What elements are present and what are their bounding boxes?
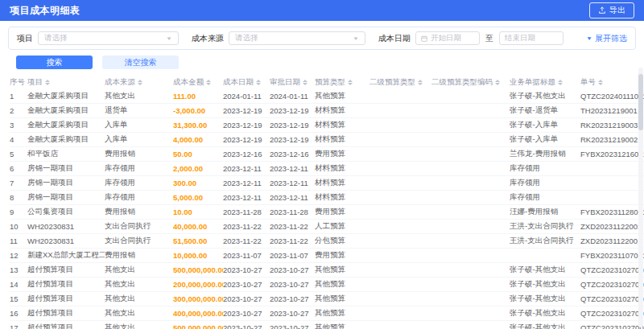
cell-index: 2 <box>10 106 27 115</box>
col-header-cost-source[interactable]: 成本来源 <box>105 77 173 88</box>
table-row: 12新建XX总部大厦工程二期费用报销10,000.002023-11-07202… <box>10 249 644 263</box>
end-date-placeholder: 结束日期 <box>505 33 535 43</box>
cell-cost-amount: 500,000,000.00 <box>173 265 223 274</box>
col-header-sub-budget-type[interactable]: 二级预算类型 <box>369 77 431 88</box>
start-date-placeholder: 开始日期 <box>431 33 461 43</box>
sort-icon[interactable] <box>256 80 261 85</box>
scrollbar-thumb[interactable] <box>638 74 643 130</box>
sort-icon[interactable] <box>418 80 423 85</box>
cell-doc-title: 张子硕-退货单 <box>510 105 580 116</box>
sort-icon[interactable] <box>495 80 500 85</box>
cell-cost-source: 其他支出 <box>105 294 173 304</box>
page-title: 项目成本明细表 <box>10 4 80 18</box>
sort-icon[interactable] <box>206 80 211 85</box>
col-header-index[interactable]: 序号 <box>10 77 27 88</box>
cell-cost-source: 费用报销 <box>105 149 173 159</box>
col-header-cost-date[interactable]: 成本日期 <box>223 77 270 88</box>
cell-project: 房锦一期项目 <box>27 178 105 188</box>
cell-cost-amount: 500,000,000.00 <box>173 323 223 329</box>
cell-approval-date: 2023-11-28 <box>270 208 315 216</box>
cell-doc-title: 张子硕-其他支出 <box>510 279 580 290</box>
project-select[interactable]: 请选择 ▼ <box>38 31 179 45</box>
search-button[interactable]: 搜索 <box>16 56 93 69</box>
cell-cost-date: 2023-10-27 <box>223 309 270 318</box>
cell-index: 13 <box>10 265 27 274</box>
chevron-down-icon: ▼ <box>353 36 359 41</box>
cell-doc-title: 汪娜-费用报销 <box>510 207 580 217</box>
filter-project: 项目 请选择 ▼ <box>17 31 179 45</box>
cell-project: 超付预算项目 <box>27 279 105 290</box>
end-date-input[interactable]: 结束日期 <box>499 31 564 45</box>
sort-icon[interactable] <box>598 80 603 85</box>
start-date-input[interactable]: 开始日期 <box>415 31 480 45</box>
col-header-budget-type[interactable]: 预算类型 <box>315 77 369 88</box>
cell-budget-type: 材料预算 <box>315 178 369 188</box>
cell-budget-type: 费用预算 <box>315 250 369 261</box>
col-header-doc-title[interactable]: 业务单据标题 <box>510 77 580 88</box>
export-button[interactable]: 导出 <box>589 2 634 19</box>
clear-search-button[interactable]: 清空搜索 <box>102 56 179 69</box>
cell-cost-amount: -3,000.00 <box>173 106 223 115</box>
cell-doc-title: 张子硕-其他支出 <box>510 308 580 319</box>
col-header-approval-date[interactable]: 审批日期 <box>270 77 315 88</box>
cell-cost-source: 支出合同执行 <box>105 236 173 246</box>
cell-doc-no: QTZC20231027002 <box>580 280 644 289</box>
table-row: 9公司集资项目费用报销10.002023-11-282023-11-28费用预算… <box>10 205 644 220</box>
cost-source-select-placeholder: 请选择 <box>235 33 258 43</box>
cell-doc-no: FYBX20231128001 <box>580 208 644 216</box>
table-row: 15超付预算项目其他支出300,000,000.002023-10-272023… <box>10 292 644 306</box>
cell-cost-source: 其他支出 <box>105 279 173 290</box>
cell-approval-date: 2023-10-27 <box>270 280 315 289</box>
col-header-label: 业务单据标题 <box>510 77 555 88</box>
export-icon <box>598 6 606 14</box>
cost-source-select[interactable]: 请选择 ▼ <box>229 31 365 45</box>
cell-approval-date: 2023-10-27 <box>270 323 315 329</box>
cell-doc-no: FYBX20231216001 <box>580 150 644 158</box>
cell-doc-no: QTZC20231027002 <box>580 294 644 303</box>
project-select-placeholder: 请选择 <box>44 33 68 43</box>
cell-index: 6 <box>10 164 27 173</box>
cell-cost-date: 2023-10-27 <box>223 294 270 303</box>
cell-doc-no: RK20231219002 <box>580 135 644 144</box>
cell-approval-date: 2023-12-11 <box>270 193 315 202</box>
table-row: 5和平饭店费用报销50.002023-12-162023-12-16费用预算兰伟… <box>10 147 644 162</box>
cell-cost-source: 库存领用 <box>105 192 173 203</box>
cell-budget-type: 材料预算 <box>315 134 369 145</box>
cell-doc-title: 王洪-支出合同执行 <box>510 221 580 232</box>
cell-cost-date: 2023-12-11 <box>223 193 270 202</box>
cell-cost-amount: 50.00 <box>173 150 223 158</box>
cell-index: 1 <box>10 92 27 101</box>
cell-index: 3 <box>10 121 27 130</box>
cell-cost-amount: 4,000.00 <box>173 135 223 144</box>
table-row: 13超付预算项目其他支出500,000,000.002023-10-272023… <box>10 263 644 278</box>
sort-icon[interactable] <box>558 80 563 85</box>
table-body: 1金融大厦采购项目其他支出111.002024-01-112024-01-11其… <box>10 89 644 329</box>
export-label: 导出 <box>609 5 625 16</box>
sort-icon[interactable] <box>303 80 308 85</box>
cell-cost-date: 2023-10-27 <box>223 280 270 289</box>
cell-budget-type: 材料预算 <box>315 192 369 203</box>
table-row: 2金融大厦采购项目退货单-3,000.002023-12-192023-12-1… <box>10 104 644 118</box>
col-header-sub-budget-code[interactable]: 二级预算类型编码 <box>431 77 510 88</box>
expand-filter-toggle[interactable]: ▼ 展开筛选 <box>586 33 627 44</box>
col-header-cost-amount[interactable]: 成本金额 <box>173 77 223 88</box>
col-header-project[interactable]: 项目 <box>27 77 105 88</box>
cell-approval-date: 2023-11-22 <box>270 236 315 245</box>
cell-approval-date: 2023-12-19 <box>270 106 315 115</box>
cell-cost-amount: 300,000,000.00 <box>173 294 223 303</box>
cell-doc-no: QTZC20231027002 <box>580 265 644 274</box>
cell-doc-title: 张子硕-其他支出 <box>510 265 580 275</box>
cell-cost-date: 2023-12-16 <box>223 150 270 158</box>
cell-cost-date: 2023-11-22 <box>223 222 270 231</box>
col-header-doc-no[interactable]: 单号 <box>580 77 644 88</box>
cell-cost-source: 费用报销 <box>105 207 173 217</box>
cell-cost-source: 退货单 <box>105 105 173 116</box>
sort-icon[interactable] <box>45 80 50 85</box>
sort-icon[interactable] <box>138 80 142 85</box>
table-head: 序号项目成本来源成本金额成本日期审批日期预算类型二级预算类型二级预算类型编码业务… <box>10 75 644 89</box>
cell-cost-amount: 51,500.00 <box>173 236 223 245</box>
sort-icon[interactable] <box>348 80 353 85</box>
cell-approval-date: 2023-12-19 <box>270 121 315 130</box>
cell-budget-type: 其他预算 <box>315 308 369 319</box>
vertical-scrollbar[interactable] <box>638 68 643 327</box>
